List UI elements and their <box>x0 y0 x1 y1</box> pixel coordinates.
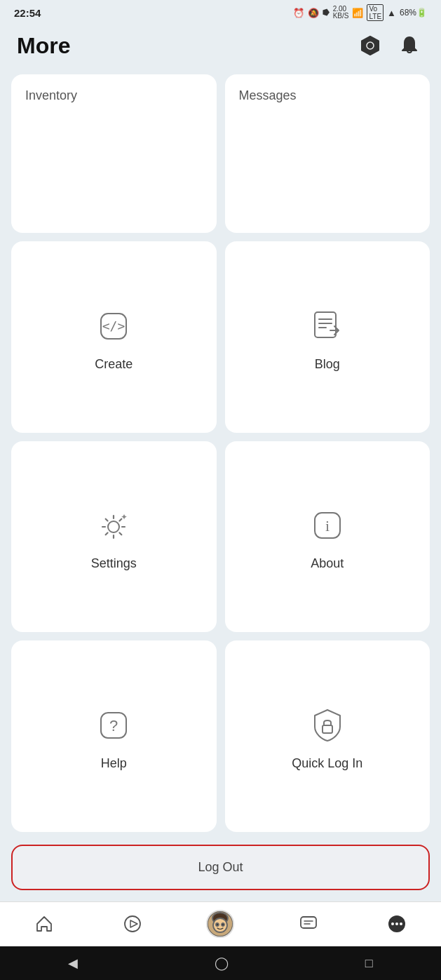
hexagon-icon-button[interactable] <box>355 31 385 60</box>
menu-grid: Inventory Messages </> Create Blog <box>0 69 441 838</box>
settings-icon: ✦ <box>93 504 135 546</box>
svg-point-27 <box>395 922 398 925</box>
svg-point-19 <box>213 918 227 932</box>
svg-marker-16 <box>130 920 137 927</box>
grid-item-messages[interactable]: Messages <box>225 74 430 233</box>
create-label: Create <box>95 357 133 372</box>
lte-icon: VoLTE <box>367 4 384 21</box>
hexagon-icon <box>359 34 381 57</box>
grid-item-blog[interactable]: Blog <box>225 241 430 433</box>
more-icon <box>386 913 408 935</box>
grid-item-about[interactable]: i About <box>225 441 430 633</box>
recents-button[interactable]: □ <box>365 956 373 971</box>
nav-more[interactable] <box>353 913 441 935</box>
svg-marker-0 <box>362 36 379 55</box>
nav-chat[interactable] <box>264 913 353 935</box>
status-bar: 22:54 ⏰ 🔕 ⭓ 2.00KB/S 📶 VoLTE ▲ 68%🔋 <box>0 0 441 25</box>
header-action-icons <box>355 31 424 60</box>
battery-icon: 68%🔋 <box>400 8 427 18</box>
create-icon: </> <box>93 305 135 347</box>
blog-icon <box>306 305 348 347</box>
quick-login-icon <box>306 704 348 746</box>
status-time: 22:54 <box>14 7 41 19</box>
avatar-icon <box>206 910 234 938</box>
alarm-icon: ⏰ <box>293 8 304 18</box>
svg-text:?: ? <box>109 717 118 734</box>
header: More <box>0 25 441 69</box>
svg-point-21 <box>222 923 224 926</box>
page-title: More <box>17 33 70 59</box>
logout-button[interactable]: Log Out <box>11 845 430 890</box>
mute-icon: 🔕 <box>308 8 319 18</box>
notification-bell-button[interactable] <box>395 31 424 60</box>
bottom-navigation <box>0 901 441 946</box>
grid-item-create[interactable]: </> Create <box>11 241 217 433</box>
messages-label: Messages <box>239 88 297 103</box>
back-button[interactable]: ◀ <box>68 955 78 971</box>
nav-home[interactable] <box>0 913 88 935</box>
home-icon <box>33 913 55 935</box>
nav-play[interactable] <box>88 913 177 935</box>
system-navigation: ◀ ◯ □ <box>0 946 441 980</box>
quick-log-in-label: Quick Log In <box>292 756 362 771</box>
home-button[interactable]: ◯ <box>215 955 229 971</box>
grid-item-quick-log-in[interactable]: Quick Log In <box>225 640 430 832</box>
nav-avatar[interactable] <box>177 910 265 938</box>
network-speed: 2.00KB/S <box>333 6 349 20</box>
svg-rect-22 <box>301 917 316 928</box>
svg-text:✦: ✦ <box>121 512 128 522</box>
about-icon: i <box>306 504 348 546</box>
bluetooth-icon: ⭓ <box>323 8 330 18</box>
grid-item-settings[interactable]: ✦ Settings <box>11 441 217 633</box>
grid-item-help[interactable]: ? Help <box>11 640 217 832</box>
svg-rect-4 <box>315 312 336 337</box>
play-icon <box>121 913 144 935</box>
help-icon: ? <box>93 704 135 746</box>
status-icons: ⏰ 🔕 ⭓ 2.00KB/S 📶 VoLTE ▲ 68%🔋 <box>293 4 427 21</box>
inventory-label: Inventory <box>25 88 77 103</box>
logout-section: Log Out <box>0 838 441 901</box>
signal-icon: ▲ <box>387 8 396 18</box>
svg-point-8 <box>108 521 119 532</box>
bell-icon <box>399 35 420 56</box>
svg-text:i: i <box>325 517 330 535</box>
svg-rect-14 <box>323 725 332 733</box>
about-label: About <box>311 556 344 571</box>
blog-label: Blog <box>315 357 340 372</box>
help-label: Help <box>101 756 127 771</box>
svg-point-20 <box>216 923 219 926</box>
chat-icon <box>297 913 320 935</box>
settings-label: Settings <box>91 556 137 571</box>
svg-point-26 <box>391 922 394 925</box>
wifi-icon: 📶 <box>352 8 363 18</box>
svg-text:</>: </> <box>102 318 125 333</box>
svg-point-28 <box>400 922 402 925</box>
grid-item-inventory[interactable]: Inventory <box>11 74 217 233</box>
